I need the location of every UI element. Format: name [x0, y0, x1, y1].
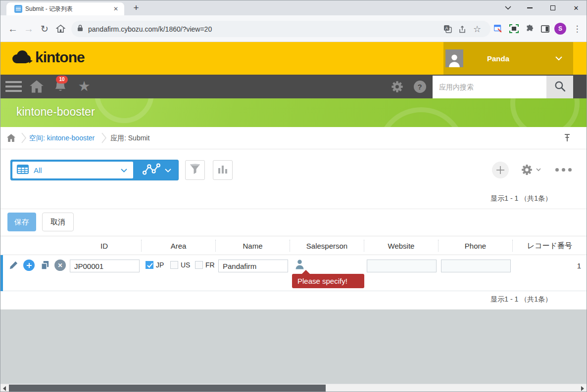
add-record-button[interactable]	[492, 162, 509, 178]
duplicate-row-icon[interactable]	[39, 259, 51, 271]
horizontal-scrollbar[interactable]	[0, 384, 587, 392]
app-search-input[interactable]	[433, 76, 546, 98]
app-settings-button[interactable]	[521, 164, 541, 176]
table-row: ✕ JP US FR Please specify! 1	[0, 255, 587, 291]
back-icon[interactable]: ←	[5, 15, 20, 42]
window-minimize-button[interactable]	[521, 0, 538, 15]
breadcrumb-separator	[101, 132, 107, 146]
reload-icon[interactable]: ↻	[37, 15, 52, 42]
profile-avatar[interactable]: S	[554, 23, 566, 35]
column-header-website[interactable]: Website	[364, 240, 439, 252]
side-panel-icon[interactable]	[538, 15, 552, 42]
translate-icon[interactable]: A	[440, 21, 455, 37]
window-chevron-icon[interactable]	[499, 0, 516, 15]
scroll-left-arrow-icon[interactable]	[3, 386, 6, 391]
save-button[interactable]: 保存	[7, 213, 36, 231]
browser-tab[interactable]: Submit - 记录列表 ✕	[6, 2, 124, 15]
space-title: kintone-booster	[16, 105, 95, 119]
address-bar[interactable]: pandafirm.cybozu.com/k/1860/?view=20 A ☆	[71, 21, 490, 37]
checkbox-checked-icon[interactable]	[146, 261, 153, 269]
graph-polyline-icon	[142, 163, 161, 177]
kintone-header: kintone Panda	[0, 42, 587, 75]
bookmark-star-icon[interactable]: ☆	[470, 21, 485, 37]
extensions-puzzle-icon[interactable]	[522, 15, 537, 42]
column-header-area[interactable]: Area	[142, 240, 216, 252]
tab-title: Submit - 记录列表	[25, 5, 111, 13]
divider	[0, 209, 587, 209]
delete-row-icon[interactable]: ✕	[54, 260, 66, 271]
filter-button[interactable]	[185, 160, 205, 180]
tab-close-icon[interactable]: ✕	[111, 5, 120, 12]
breadcrumb: 空间: kintone-booster 应用: Submit	[0, 127, 587, 149]
scroll-right-arrow-icon[interactable]	[581, 386, 584, 391]
view-dropdown[interactable]: All	[12, 162, 133, 178]
table-view-icon	[17, 165, 29, 176]
help-icon[interactable]: ?	[412, 75, 427, 98]
breadcrumb-app-label: 应用: Submit	[110, 134, 149, 143]
url-text[interactable]: pandafirm.cybozu.com/k/1860/?view=20	[88, 25, 440, 33]
banner-decor-ring	[377, 107, 466, 127]
share-icon[interactable]	[455, 21, 470, 37]
view-chevron-down-icon	[121, 166, 127, 174]
id-input[interactable]	[70, 260, 140, 272]
view-name: All	[34, 166, 121, 174]
edit-pencil-icon[interactable]	[7, 259, 19, 271]
breadcrumb-home-icon[interactable]	[6, 133, 16, 144]
breadcrumb-space-link[interactable]: 空间: kintone-booster	[29, 134, 95, 143]
space-banner[interactable]: kintone-booster	[0, 98, 587, 127]
admin-gear-icon[interactable]	[390, 75, 404, 98]
kintone-logo[interactable]: kintone	[10, 49, 85, 66]
forward-icon[interactable]: →	[21, 15, 36, 42]
user-name: Panda	[487, 54, 555, 63]
website-input[interactable]	[367, 260, 437, 272]
user-avatar-icon	[445, 49, 463, 67]
table-header-row: ID Area Name Salesperson Website Phone レ…	[0, 236, 587, 255]
global-toolbar: 10 ★ ?	[0, 75, 587, 98]
column-header-name[interactable]: Name	[216, 240, 290, 252]
graph-chevron-down-icon	[165, 166, 171, 174]
column-header-id[interactable]: ID	[67, 240, 142, 252]
portal-home-icon[interactable]	[28, 75, 45, 98]
phone-input[interactable]	[441, 260, 511, 272]
settings-gear-icon	[521, 164, 533, 176]
view-selector: All	[10, 160, 179, 180]
search-button[interactable]	[546, 76, 573, 98]
column-header-phone[interactable]: Phone	[439, 240, 513, 252]
bar-chart-icon	[217, 164, 228, 176]
column-header-salesperson[interactable]: Salesperson	[290, 240, 364, 252]
extension-window-icon[interactable]	[490, 15, 505, 42]
hamburger-menu-icon[interactable]	[5, 81, 22, 92]
area-checkbox-fr[interactable]: FR	[195, 261, 215, 269]
favorites-star-icon[interactable]: ★	[76, 75, 93, 98]
pin-icon[interactable]	[564, 133, 571, 144]
browser-menu-icon[interactable]: ⋮	[570, 15, 585, 42]
record-list-area: All	[0, 149, 587, 309]
user-menu[interactable]: Panda	[443, 42, 573, 75]
more-options-button[interactable]	[555, 168, 572, 172]
scrollbar-thumb[interactable]	[9, 385, 326, 392]
page-footer-area	[0, 309, 587, 384]
area-checkbox-us[interactable]: US	[170, 261, 190, 269]
window-maximize-button[interactable]	[544, 0, 561, 15]
row-active-indicator	[0, 255, 3, 291]
browser-titlebar: Submit - 记录列表 ✕ + ✕	[0, 0, 587, 15]
browser-window: Submit - 记录列表 ✕ + ✕ ← → ↻ pandafirm.cybo…	[0, 0, 587, 392]
new-tab-button[interactable]: +	[130, 2, 142, 14]
banner-decor-ring	[510, 98, 580, 127]
home-icon[interactable]	[53, 15, 68, 42]
window-close-button[interactable]: ✕	[568, 0, 585, 15]
svg-text:A: A	[445, 26, 448, 31]
browser-navbar: ← → ↻ pandafirm.cybozu.com/k/1860/?view=…	[0, 15, 587, 42]
funnel-icon	[189, 164, 201, 176]
checkbox-unchecked-icon[interactable]	[170, 261, 178, 269]
area-checkbox-jp[interactable]: JP	[146, 261, 164, 269]
checkbox-unchecked-icon[interactable]	[195, 261, 203, 269]
chart-button[interactable]	[213, 160, 233, 180]
cancel-button[interactable]: 取消	[42, 213, 74, 231]
name-input[interactable]	[218, 260, 288, 272]
column-header-record-number[interactable]: レコード番号	[513, 240, 587, 252]
insert-row-icon[interactable]	[23, 260, 35, 271]
plus-icon	[496, 166, 505, 174]
graph-dropdown[interactable]	[135, 160, 178, 180]
capture-extension-icon[interactable]	[506, 15, 521, 42]
